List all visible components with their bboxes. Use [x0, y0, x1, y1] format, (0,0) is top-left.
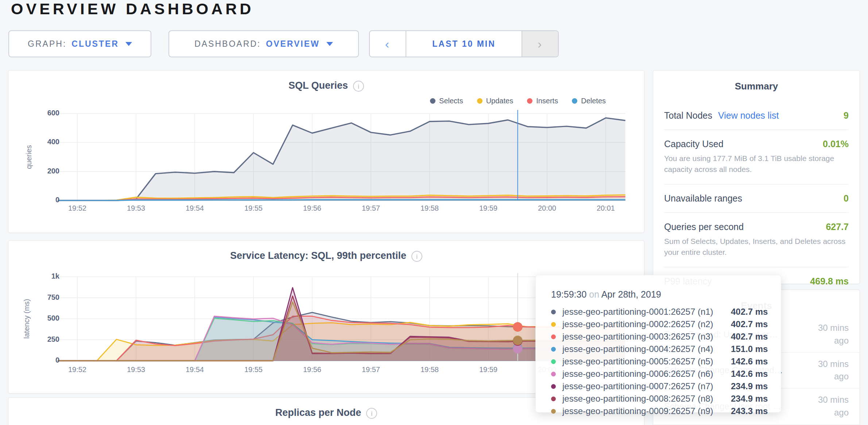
event-time: 30 mins ago	[804, 394, 849, 419]
x-tick-label: 20:01	[591, 204, 620, 212]
hover-dot	[513, 322, 522, 332]
node-color-dot-icon	[551, 359, 556, 364]
time-range-prev-button[interactable]: ‹	[370, 31, 406, 57]
qps-note: Sum of Selects, Updates, Inserts, and De…	[664, 236, 849, 258]
tooltip-row: jesse-geo-partitioning-0001:26257 (n1)40…	[551, 306, 781, 318]
sql-queries-chart-card: SQL Queriesi SelectsUpdatesInsertsDelete…	[8, 70, 644, 233]
x-tick-label: 19:57	[356, 365, 385, 374]
total-nodes-label: Total Nodes	[664, 110, 712, 121]
tooltip-row: jesse-geo-partitioning-0007:26257 (n7)23…	[551, 380, 781, 393]
node-name: jesse-geo-partitioning-0004:26257 (n4)	[562, 344, 731, 354]
x-tick-label: 19:59	[474, 204, 503, 212]
node-latency-value: 402.7 ms	[731, 332, 768, 342]
overview-dashboard-page: OVERVIEW DASHBOARD GRAPH: CLUSTER DASHBO…	[0, 0, 868, 425]
tooltip-row: jesse-geo-partitioning-0004:26257 (n4)15…	[551, 343, 781, 355]
chart-hover-tooltip: 19:59:30 on Apr 28th, 2019 jesse-geo-par…	[535, 275, 781, 413]
x-tick-label: 19:53	[121, 204, 151, 212]
latency-y-axis-title: latency (ms)	[23, 299, 31, 339]
info-icon[interactable]: i	[366, 408, 377, 419]
tooltip-row: jesse-geo-partitioning-0009:26257 (n9)24…	[551, 405, 781, 417]
x-tick-label: 19:56	[298, 204, 327, 212]
chevron-down-icon	[326, 42, 333, 46]
x-tick-label: 19:59	[474, 365, 503, 374]
node-name: jesse-geo-partitioning-0002:26257 (n2)	[562, 319, 731, 329]
summary-title: Summary	[653, 70, 860, 92]
y-tick-label: 0	[23, 356, 59, 364]
summary-row-qps: Queries per second 627.7 Sum of Selects,…	[664, 213, 849, 267]
x-tick-label: 19:52	[63, 365, 92, 374]
x-tick-label: 19:53	[121, 365, 151, 374]
tooltip-row: jesse-geo-partitioning-0005:26257 (n5)14…	[551, 355, 781, 368]
node-latency-value: 234.9 ms	[731, 381, 768, 391]
node-color-dot-icon	[551, 310, 556, 314]
capacity-used-value: 0.01%	[823, 139, 849, 149]
chevron-down-icon	[125, 42, 132, 46]
node-latency-value: 402.7 ms	[731, 319, 768, 329]
qps-value: 627.7	[826, 222, 849, 232]
series-area	[58, 118, 625, 200]
tooltip-row: jesse-geo-partitioning-0002:26257 (n2)40…	[551, 318, 781, 330]
y-tick-label: 600	[23, 109, 59, 117]
y-tick-label: 1k	[23, 272, 59, 280]
series-line	[58, 200, 625, 200]
dashboard-dropdown-label: DASHBOARD:	[194, 39, 261, 49]
unavailable-ranges-value: 0	[844, 193, 849, 204]
node-color-dot-icon	[551, 322, 556, 327]
hover-dot	[513, 336, 522, 345]
node-name: jesse-geo-partitioning-0009:26257 (n9)	[562, 406, 731, 416]
total-nodes-value: 9	[844, 110, 849, 121]
x-tick-label: 19:52	[63, 204, 92, 212]
dashboard-dropdown-value: OVERVIEW	[266, 39, 320, 49]
summary-panel: Summary Total Nodes View nodes list 9 Ca…	[653, 70, 860, 284]
tooltip-rows: jesse-geo-partitioning-0001:26257 (n1)40…	[551, 306, 781, 417]
x-tick-label: 19:54	[180, 365, 209, 374]
time-range-value[interactable]: LAST 10 MIN	[406, 31, 522, 57]
node-latency-value: 142.6 ms	[731, 369, 768, 379]
tooltip-row: jesse-geo-partitioning-0008:26257 (n8)23…	[551, 393, 781, 405]
node-name: jesse-geo-partitioning-0001:26257 (n1)	[562, 307, 731, 317]
x-tick-label: 19:55	[239, 365, 268, 374]
capacity-used-label: Capacity Used	[664, 139, 724, 149]
graph-dropdown-value: CLUSTER	[71, 39, 119, 49]
capacity-used-note: You are using 177.7 MiB of 3.1 TiB usabl…	[664, 153, 849, 175]
x-tick-label: 19:54	[180, 204, 209, 212]
summary-row-total-nodes: Total Nodes View nodes list 9	[664, 102, 849, 130]
node-name: jesse-geo-partitioning-0003:26257 (n3)	[562, 332, 731, 342]
node-latency-value: 142.6 ms	[731, 356, 768, 367]
tooltip-row: jesse-geo-partitioning-0003:26257 (n3)40…	[551, 330, 781, 343]
summary-row-capacity: Capacity Used 0.01% You are using 177.7 …	[664, 130, 849, 184]
chevron-left-icon: ‹	[385, 37, 390, 51]
node-color-dot-icon	[551, 372, 556, 376]
node-latency-value: 234.9 ms	[731, 394, 768, 404]
page-title: OVERVIEW DASHBOARD	[11, 0, 254, 18]
node-color-dot-icon	[551, 384, 556, 389]
view-nodes-list-link[interactable]: View nodes list	[718, 110, 779, 121]
time-range-next-button[interactable]: ›	[522, 31, 558, 57]
unavailable-ranges-label: Unavailable ranges	[664, 193, 742, 204]
node-color-dot-icon	[551, 334, 556, 339]
event-time: 30 mins ago	[804, 322, 849, 347]
node-color-dot-icon	[551, 347, 556, 352]
qps-label: Queries per second	[664, 222, 744, 232]
node-color-dot-icon	[551, 397, 556, 401]
graph-dropdown[interactable]: GRAPH: CLUSTER	[8, 30, 151, 57]
y-tick-label: 0	[23, 196, 59, 204]
tooltip-row: jesse-geo-partitioning-0006:26257 (n6)14…	[551, 368, 781, 380]
node-latency-value: 151.0 ms	[731, 344, 768, 354]
p99-latency-value: 469.8 ms	[810, 276, 849, 287]
x-tick-label: 19:58	[415, 365, 444, 374]
x-tick-label: 19:58	[415, 204, 444, 212]
summary-row-unavailable-ranges: Unavailable ranges 0	[664, 184, 849, 213]
event-time: 30 mins ago	[804, 358, 849, 383]
chevron-right-icon: ›	[538, 37, 543, 51]
sql-y-axis-title: queries	[25, 145, 33, 169]
dashboard-dropdown[interactable]: DASHBOARD: OVERVIEW	[168, 30, 359, 57]
x-tick-label: 19:57	[356, 204, 385, 212]
node-color-dot-icon	[551, 409, 556, 414]
graph-dropdown-label: GRAPH:	[28, 39, 66, 49]
node-latency-value: 243.3 ms	[731, 406, 768, 416]
node-name: jesse-geo-partitioning-0005:26257 (n5)	[562, 356, 731, 367]
x-tick-label: 20:00	[532, 204, 562, 212]
node-name: jesse-geo-partitioning-0008:26257 (n8)	[562, 394, 731, 404]
tooltip-timestamp: 19:59:30 on Apr 28th, 2019	[551, 289, 781, 300]
